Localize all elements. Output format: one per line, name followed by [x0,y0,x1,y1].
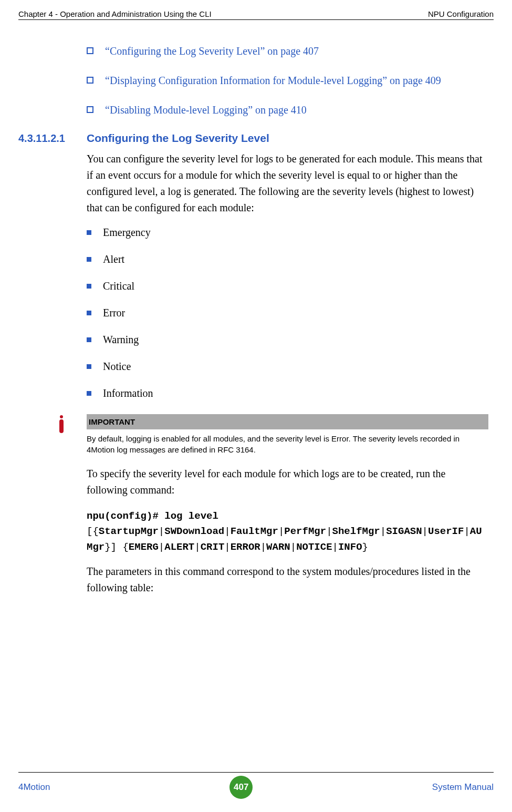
severity-item: Warning [87,334,488,346]
intro-paragraph: You can configure the severity level for… [87,151,488,216]
cmd-text: | [290,541,296,553]
cmd-text: | [464,526,469,537]
section-heading: 4.3.11.2.1 Configuring the Log Severity … [18,132,488,145]
cmd-text: | [422,526,428,537]
cmd-text: | [194,541,200,553]
cmd-text: ERROR [231,541,260,553]
footer-manual-link[interactable]: System Manual [432,782,494,793]
xref-link[interactable]: “Displaying Configuration Information fo… [105,73,441,88]
severity-item: Emergency [87,227,488,239]
bullet-filled-icon [87,364,91,369]
cmd-text: SIGASN [386,526,422,537]
command-block: npu(config)# log level [{StartupMgr|SWDo… [87,509,488,555]
important-note: IMPORTANT By default, logging is enabled… [55,414,488,455]
severity-label: Emergency [103,227,151,239]
closing-paragraph: The parameters in this command correspon… [87,563,488,596]
severity-label: Notice [103,361,131,373]
important-icon [55,415,68,433]
severity-item: Alert [87,253,488,265]
cmd-text: NOTICE [296,541,332,553]
severity-item: Information [87,387,488,399]
cmd-text: | [159,526,164,537]
severity-label: Critical [103,280,134,292]
xref-item: “Disabling Module-level Logging” on page… [87,102,488,117]
cmd-text: AU [470,526,482,537]
severity-item: Error [87,307,488,319]
xref-link[interactable]: “Configuring the Log Severity Level” on … [105,44,319,58]
cmd-text: | [278,526,284,537]
cmd-text: | [159,541,164,553]
xref-item: “Configuring the Log Severity Level” on … [87,44,488,58]
cmd-text: [{ [87,526,99,537]
footer-product: 4Motion [18,782,50,793]
cmd-text: SWDownload [164,526,224,537]
cmd-text: | [332,541,338,553]
bullet-filled-icon [87,284,91,289]
severity-label: Alert [103,253,124,265]
cmd-text: INFO [338,541,362,553]
bullet-filled-icon [87,311,91,315]
cmd-text: FaultMgr [231,526,278,537]
bullet-filled-icon [87,230,91,235]
cmd-text: npu(config)# log level [87,510,218,522]
bullet-square-icon [87,47,93,54]
cmd-text: WARN [266,541,290,553]
cmd-text: PerfMgr [284,526,326,537]
severity-label: Error [103,307,125,319]
severity-label: Warning [103,334,139,346]
cmd-text: Mgr [87,541,105,553]
bullet-square-icon [87,106,93,113]
cmd-text: | [380,526,386,537]
cmd-text: StartupMgr [99,526,159,537]
xref-item: “Displaying Configuration Information fo… [87,73,488,88]
page-number-badge: 407 [229,776,253,799]
bullet-filled-icon [87,337,91,342]
important-header: IMPORTANT [87,414,488,429]
cmd-text: ALERT [164,541,194,553]
cmd-text: }] { [105,541,129,553]
bullet-filled-icon [87,391,91,396]
cmd-text: | [224,541,230,553]
section-title: Configuring the Log Severity Level [87,132,269,145]
header-chapter: Chapter 4 - Operation and Administration… [18,9,212,18]
section-number: 4.3.11.2.1 [18,132,87,145]
xref-link[interactable]: “Disabling Module-level Logging” on page… [105,102,307,117]
important-body: By default, logging is enabled for all m… [87,433,488,455]
bullet-filled-icon [87,257,91,262]
severity-label: Information [103,387,153,399]
cmd-text: ShelfMgr [332,526,380,537]
page-footer: 4Motion 407 System Manual [18,772,494,799]
bullet-square-icon [87,77,93,84]
cmd-text: EMERG [129,541,159,553]
cmd-text: CRIT [201,541,225,553]
severity-item: Critical [87,280,488,292]
after-note-paragraph: To specify the severity level for each m… [87,466,488,498]
cmd-text: | [326,526,332,537]
cmd-text: UserIF [428,526,464,537]
body-content: “Configuring the Log Severity Level” on … [87,44,488,596]
page-header: Chapter 4 - Operation and Administration… [18,9,494,20]
cmd-text: | [224,526,230,537]
cmd-text: | [260,541,266,553]
severity-item: Notice [87,361,488,373]
cmd-text: } [362,541,368,553]
header-section: NPU Configuration [428,9,494,18]
